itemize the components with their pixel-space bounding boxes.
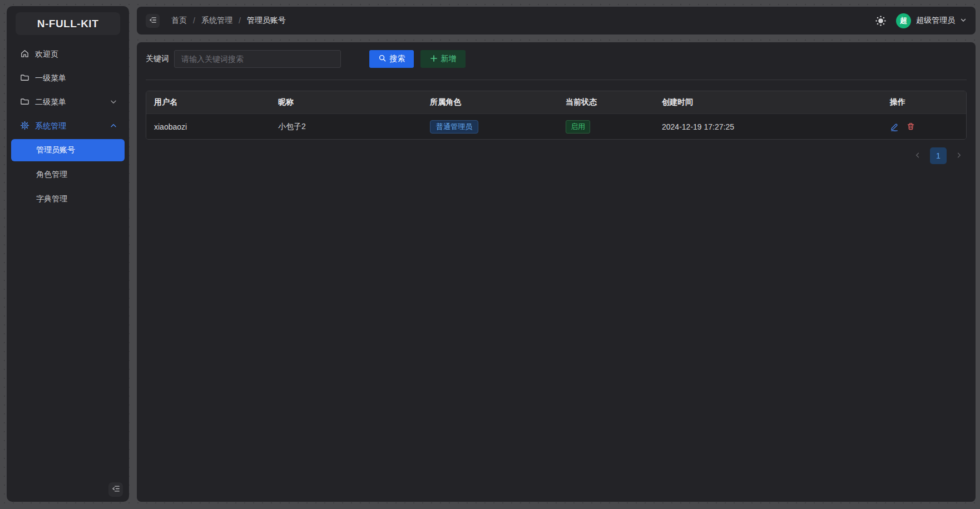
breadcrumb-separator: /: [193, 16, 195, 25]
chevron-left-icon: [914, 151, 922, 161]
breadcrumb-item-system-management[interactable]: 系统管理: [201, 16, 232, 26]
main-content: 关键词 搜索 新增 用户名 昵称 所属角色 当前状态 创建时间 操作 xiaob…: [137, 42, 976, 502]
sidebar-item-welcome[interactable]: 欢迎页: [13, 42, 122, 66]
home-icon: [20, 49, 29, 60]
folder-icon: [20, 97, 29, 108]
folder-icon: [20, 73, 29, 84]
column-header-username: 用户名: [146, 97, 270, 107]
sidebar-item-label: 一级菜单: [35, 73, 117, 83]
plus-icon: [430, 55, 438, 64]
menu-fold-icon: [112, 485, 120, 495]
role-tag: 普通管理员: [430, 120, 478, 134]
theme-toggle-icon[interactable]: [875, 15, 887, 27]
pagination-next-button[interactable]: [951, 148, 967, 164]
delete-icon[interactable]: [907, 122, 915, 131]
sidebar-subitem-label: 管理员账号: [36, 145, 75, 155]
menu-collapse-button[interactable]: [146, 14, 160, 28]
cell-username: xiaobaozi: [146, 122, 270, 131]
username: 超级管理员: [916, 16, 955, 26]
menu-fold-icon: [149, 16, 157, 26]
breadcrumb: 首页 / 系统管理 / 管理员账号: [171, 16, 286, 26]
cell-actions: [882, 122, 966, 131]
sidebar-item-label: 二级菜单: [35, 97, 105, 107]
chevron-down-icon: [960, 16, 967, 26]
app-logo: N-FULL-KIT: [16, 12, 120, 35]
chevron-down-icon: [110, 98, 117, 107]
edit-icon[interactable]: [890, 122, 899, 131]
topbar-right: 超 超级管理员: [875, 13, 967, 28]
chevron-up-icon: [110, 122, 117, 131]
breadcrumb-item-current: 管理员账号: [247, 16, 286, 26]
table-row: xiaobaozi 小包子2 普通管理员 启用 2024-12-19 17:27…: [146, 113, 966, 139]
topbar: 首页 / 系统管理 / 管理员账号 超 超级管理员: [137, 7, 976, 34]
search-icon: [378, 54, 387, 64]
column-header-actions: 操作: [882, 97, 966, 107]
search-button-label: 搜索: [390, 54, 405, 64]
pagination-prev-button[interactable]: [910, 148, 925, 164]
sidebar-item-role-management[interactable]: 角色管理: [11, 164, 125, 186]
app-logo-text: N-FULL-KIT: [37, 18, 99, 30]
sidebar-item-system-management[interactable]: 系统管理: [13, 114, 122, 138]
keyword-search-input[interactable]: [174, 50, 341, 68]
sidebar-item-admin-accounts[interactable]: 管理员账号: [11, 139, 125, 161]
user-menu[interactable]: 超 超级管理员: [896, 13, 967, 28]
avatar-text: 超: [900, 16, 907, 26]
sidebar-menu: 欢迎页 一级菜单 二级菜单: [7, 42, 129, 213]
cell-role: 普通管理员: [422, 120, 558, 134]
search-toolbar: 关键词 搜索 新增: [146, 50, 967, 68]
pagination-page-1[interactable]: 1: [930, 147, 947, 164]
add-button[interactable]: 新增: [420, 50, 466, 68]
add-button-label: 新增: [441, 54, 457, 64]
sidebar-item-level2-menu[interactable]: 二级菜单: [13, 90, 122, 114]
keyword-label: 关键词: [146, 54, 169, 64]
cell-created-at: 2024-12-19 17:27:25: [654, 122, 882, 131]
cell-nickname: 小包子2: [270, 122, 422, 132]
search-button[interactable]: 搜索: [369, 50, 414, 68]
sidebar: N-FULL-KIT 欢迎页 一级菜单 二级菜单: [7, 6, 129, 502]
sidebar-subitem-label: 角色管理: [36, 170, 67, 180]
column-header-role: 所属角色: [422, 97, 558, 107]
chevron-right-icon: [955, 151, 963, 161]
column-header-status: 当前状态: [558, 97, 654, 107]
toolbar-divider: [146, 80, 967, 80]
sidebar-item-dictionary-management[interactable]: 字典管理: [11, 188, 125, 210]
breadcrumb-separator: /: [239, 16, 241, 25]
column-header-nickname: 昵称: [270, 97, 422, 107]
gear-icon: [20, 121, 29, 132]
table-header-row: 用户名 昵称 所属角色 当前状态 创建时间 操作: [146, 91, 966, 113]
cell-status: 启用: [558, 120, 654, 134]
sidebar-item-level1-menu[interactable]: 一级菜单: [13, 66, 122, 90]
sidebar-item-label: 系统管理: [35, 121, 105, 131]
column-header-created: 创建时间: [654, 97, 882, 107]
accounts-table: 用户名 昵称 所属角色 当前状态 创建时间 操作 xiaobaozi 小包子2 …: [146, 91, 967, 140]
status-badge: 启用: [566, 120, 590, 134]
avatar: 超: [896, 13, 911, 28]
pagination: 1: [146, 147, 967, 164]
sidebar-subitem-label: 字典管理: [36, 194, 67, 204]
sidebar-item-label: 欢迎页: [35, 50, 117, 60]
sidebar-collapse-button[interactable]: [108, 482, 123, 497]
breadcrumb-item-home[interactable]: 首页: [171, 16, 187, 26]
